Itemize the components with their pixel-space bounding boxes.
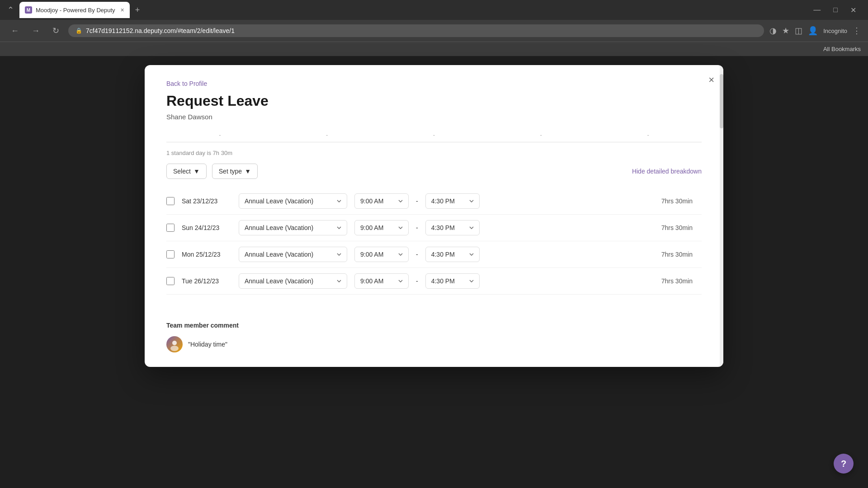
divider-col-1: - bbox=[166, 131, 274, 142]
bookmarks-bar: All Bookmarks bbox=[0, 42, 868, 56]
profile-icon[interactable]: 👤 bbox=[808, 26, 818, 36]
divider-col-2: - bbox=[274, 131, 381, 142]
browser-actions: ◑ ★ ◫ 👤 Incognito ⋮ bbox=[769, 26, 861, 36]
bookmark-icon[interactable]: ★ bbox=[782, 26, 789, 36]
divider-section: - - - - - bbox=[166, 131, 702, 142]
time-separator-1: - bbox=[416, 197, 418, 205]
duration-4: 7hrs 30min bbox=[661, 277, 702, 285]
address-bar: ← → ↻ 🔒 7cf47d19112152.na.deputy.com/#te… bbox=[0, 20, 868, 42]
avatar bbox=[166, 336, 183, 352]
time-separator-3: - bbox=[416, 251, 418, 258]
leave-date-1: Sat 23/12/23 bbox=[182, 197, 231, 205]
window-controls: — □ ✕ bbox=[809, 0, 861, 20]
menu-icon[interactable]: ⋮ bbox=[853, 26, 861, 36]
time-separator-2: - bbox=[416, 224, 418, 231]
leave-row-checkbox-2[interactable] bbox=[166, 224, 175, 232]
standard-day-note: 1 standard day is 7h 30m bbox=[166, 150, 702, 156]
tab-label: Moodjoy - Powered By Deputy bbox=[36, 7, 115, 14]
new-tab-btn[interactable]: + bbox=[132, 4, 144, 17]
divider-col-5: - bbox=[594, 131, 702, 142]
hide-breakdown-link[interactable]: Hide detailed breakdown bbox=[632, 168, 702, 175]
avatar-icon bbox=[168, 338, 181, 351]
select-button[interactable]: Select ▼ bbox=[166, 164, 207, 179]
tab-favicon: M bbox=[25, 6, 32, 14]
start-time-select-3[interactable]: 9:00 AM bbox=[354, 247, 409, 262]
end-time-select-1[interactable]: 4:30 PM bbox=[425, 193, 480, 209]
leave-date-3: Mon 25/12/23 bbox=[182, 251, 231, 258]
leave-row-checkbox-3[interactable] bbox=[166, 250, 175, 258]
sidebar-icon[interactable]: ◫ bbox=[795, 26, 802, 36]
lock-icon: 🔒 bbox=[75, 28, 82, 34]
duration-2: 7hrs 30min bbox=[661, 224, 702, 231]
duration-3: 7hrs 30min bbox=[661, 251, 702, 258]
leave-type-select-2[interactable]: Annual Leave (Vacation) bbox=[239, 220, 347, 235]
employee-name: Shane Dawson bbox=[166, 113, 702, 121]
maximize-btn[interactable]: □ bbox=[829, 4, 842, 16]
comment-section: Team member comment "Holiday time" bbox=[166, 313, 702, 352]
tab-bar: ⌃ M Moodjoy - Powered By Deputy × + — □ … bbox=[0, 0, 868, 20]
start-time-select-2[interactable]: 9:00 AM bbox=[354, 220, 409, 235]
time-separator-4: - bbox=[416, 277, 418, 285]
request-leave-modal: × Back to Profile Request Leave Shane Da… bbox=[145, 65, 723, 367]
browser-chrome: ⌃ M Moodjoy - Powered By Deputy × + — □ … bbox=[0, 0, 868, 56]
leave-type-select-3[interactable]: Annual Leave (Vacation) bbox=[239, 247, 347, 262]
start-time-select-1[interactable]: 9:00 AM bbox=[354, 193, 409, 209]
set-type-chevron-icon: ▼ bbox=[245, 168, 251, 175]
divider-col-4: - bbox=[487, 131, 594, 142]
comment-text: "Holiday time" bbox=[188, 341, 227, 348]
leave-row-checkbox-1[interactable] bbox=[166, 197, 175, 205]
leave-rows: Sat 23/12/23 Annual Leave (Vacation) 9:0… bbox=[166, 188, 702, 295]
set-type-button[interactable]: Set type ▼ bbox=[212, 164, 258, 179]
help-button[interactable]: ? bbox=[834, 454, 854, 474]
duration-1: 7hrs 30min bbox=[661, 197, 702, 205]
end-time-select-3[interactable]: 4:30 PM bbox=[425, 247, 480, 262]
leave-type-select-4[interactable]: Annual Leave (Vacation) bbox=[239, 273, 347, 289]
select-chevron-icon: ▼ bbox=[193, 168, 200, 175]
leave-date-4: Tue 26/12/23 bbox=[182, 277, 231, 285]
comment-label: Team member comment bbox=[166, 322, 702, 329]
back-btn[interactable]: ← bbox=[7, 24, 23, 38]
leave-date-2: Sun 24/12/23 bbox=[182, 224, 231, 231]
scrollbar-track[interactable] bbox=[720, 65, 723, 367]
toolbar: Select ▼ Set type ▼ Hide detailed breakd… bbox=[166, 164, 702, 179]
start-time-select-4[interactable]: 9:00 AM bbox=[354, 273, 409, 289]
select-label: Select bbox=[173, 168, 191, 175]
leave-row: Mon 25/12/23 Annual Leave (Vacation) 9:0… bbox=[166, 241, 702, 268]
browser-tab[interactable]: M Moodjoy - Powered By Deputy × bbox=[19, 2, 130, 18]
leave-row: Sun 24/12/23 Annual Leave (Vacation) 9:0… bbox=[166, 215, 702, 241]
set-type-label: Set type bbox=[219, 168, 242, 175]
tab-close-btn[interactable]: × bbox=[121, 6, 124, 14]
modal-title: Request Leave bbox=[166, 93, 702, 109]
modal-content: Back to Profile Request Leave Shane Daws… bbox=[145, 65, 723, 367]
end-time-select-2[interactable]: 4:30 PM bbox=[425, 220, 480, 235]
leave-row: Tue 26/12/23 Annual Leave (Vacation) 9:0… bbox=[166, 268, 702, 295]
comment-row: "Holiday time" bbox=[166, 336, 702, 352]
scrollbar-thumb[interactable] bbox=[720, 74, 723, 128]
minimize-btn[interactable]: — bbox=[809, 4, 825, 16]
back-to-profile-link[interactable]: Back to Profile bbox=[166, 80, 207, 87]
end-time-select-4[interactable]: 4:30 PM bbox=[425, 273, 480, 289]
tab-arrow-btn[interactable]: ⌃ bbox=[4, 3, 18, 17]
leave-row: Sat 23/12/23 Annual Leave (Vacation) 9:0… bbox=[166, 188, 702, 215]
incognito-label: Incognito bbox=[823, 28, 847, 34]
toolbar-left: Select ▼ Set type ▼ bbox=[166, 164, 258, 179]
url-text: 7cf47d19112152.na.deputy.com/#team/2/edi… bbox=[86, 27, 235, 34]
leave-row-checkbox-4[interactable] bbox=[166, 277, 175, 285]
refresh-btn[interactable]: ↻ bbox=[49, 24, 63, 38]
bookmarks-text: All Bookmarks bbox=[823, 46, 861, 52]
divider-col-3: - bbox=[381, 131, 488, 142]
modal-overlay: × Back to Profile Request Leave Shane Da… bbox=[0, 56, 868, 488]
modal-close-btn[interactable]: × bbox=[708, 74, 714, 86]
forward-btn[interactable]: → bbox=[28, 24, 43, 38]
url-bar[interactable]: 🔒 7cf47d19112152.na.deputy.com/#team/2/e… bbox=[68, 24, 764, 37]
svg-point-0 bbox=[172, 341, 177, 345]
leave-type-select-1[interactable]: Annual Leave (Vacation) bbox=[239, 193, 347, 209]
cast-icon[interactable]: ◑ bbox=[769, 26, 777, 36]
svg-point-1 bbox=[170, 346, 179, 351]
window-close-btn[interactable]: ✕ bbox=[846, 4, 861, 16]
